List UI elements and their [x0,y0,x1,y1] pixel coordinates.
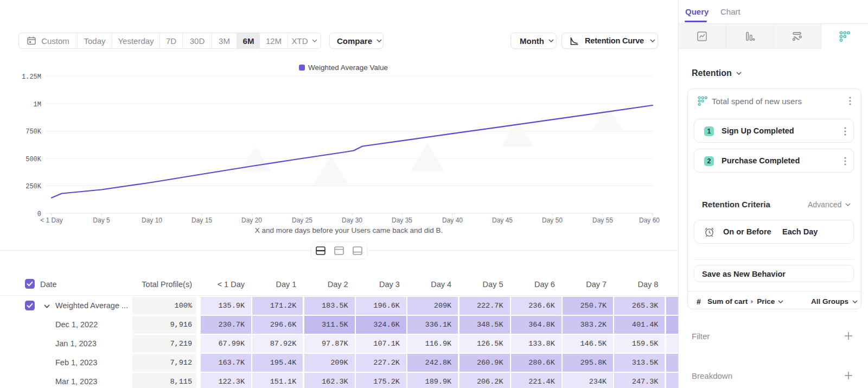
svg-text:X and more days before your Us: X and more days before your Users came b… [255,226,443,234]
svg-text:Day 50: Day 50 [542,217,563,224]
svg-text:Day 35: Day 35 [392,217,412,224]
svg-text:Day 40: Day 40 [442,217,463,224]
svg-text:1M: 1M [34,101,41,109]
svg-text:Day 20: Day 20 [241,217,262,224]
svg-text:Day 55: Day 55 [592,217,613,224]
svg-text:Day 60: Day 60 [639,217,660,224]
svg-text:1.25M: 1.25M [22,73,41,81]
svg-text:500K: 500K [25,156,42,163]
svg-text:< 1 Day: < 1 Day [40,217,63,224]
svg-text:Day 10: Day 10 [142,217,162,224]
svg-text:Day 5: Day 5 [93,217,110,224]
svg-text:Day 45: Day 45 [492,217,513,224]
svg-text:Day 15: Day 15 [192,217,212,224]
svg-text:750K: 750K [25,128,42,136]
svg-text:Day 30: Day 30 [342,217,362,224]
svg-text:Day 25: Day 25 [292,217,312,224]
svg-text:250K: 250K [25,183,42,190]
